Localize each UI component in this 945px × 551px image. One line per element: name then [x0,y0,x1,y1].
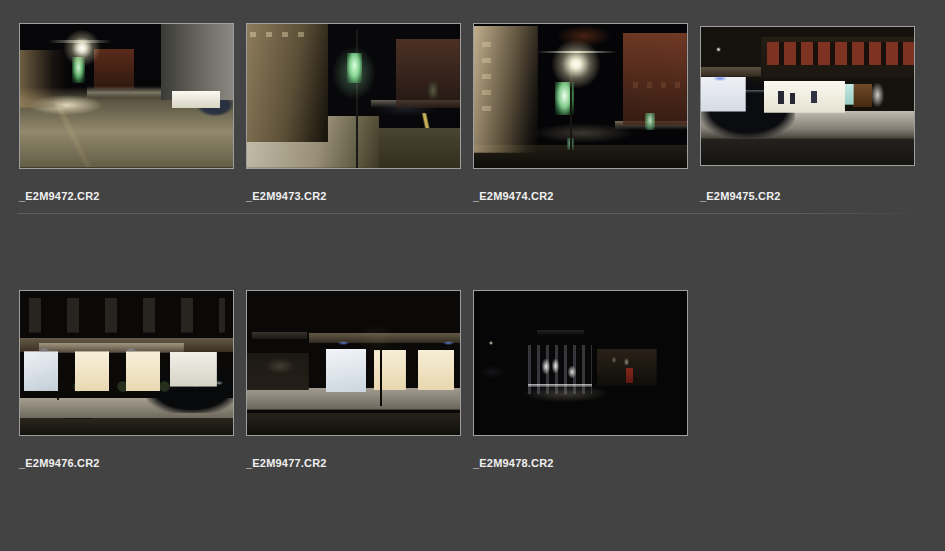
photo-filename[interactable]: _E2M9475.CR2 [700,190,915,203]
photo-image [700,26,915,166]
photo-thumbnail[interactable] [700,23,915,169]
thumbnail-row-2: _E2M9476.CR2 _E2M9477.CR2 _E2M9478.CR2 [19,290,945,470]
photo-thumbnail[interactable] [246,290,461,436]
photo-cell: _E2M9476.CR2 [19,290,234,470]
photo-cell: _E2M9477.CR2 [246,290,461,470]
photo-thumbnail[interactable] [246,23,461,169]
photo-cell: _E2M9473.CR2 [246,23,461,203]
photo-thumbnail[interactable] [473,290,688,436]
photo-image [19,290,234,436]
thumbnail-row-1: _E2M9472.CR2 _E2M9473.CR2 _E2M9474.CR2 _… [19,23,945,203]
photo-image [246,290,461,436]
photo-thumbnail[interactable] [19,23,234,169]
contact-sheet: _E2M9472.CR2 _E2M9473.CR2 _E2M9474.CR2 _… [0,0,945,470]
row-separator [17,213,921,214]
photo-filename[interactable]: _E2M9472.CR2 [19,190,234,203]
photo-image [19,23,234,169]
photo-image [473,290,688,436]
photo-filename[interactable]: _E2M9476.CR2 [19,457,234,470]
photo-filename[interactable]: _E2M9473.CR2 [246,190,461,203]
photo-thumbnail[interactable] [19,290,234,436]
photo-image [473,23,688,169]
photo-cell: _E2M9478.CR2 [473,290,688,470]
photo-filename[interactable]: _E2M9474.CR2 [473,190,688,203]
photo-image [246,23,461,169]
photo-cell: _E2M9474.CR2 [473,23,688,203]
photo-thumbnail[interactable] [473,23,688,169]
photo-filename[interactable]: _E2M9478.CR2 [473,457,688,470]
photo-filename[interactable]: _E2M9477.CR2 [246,457,461,470]
photo-cell: _E2M9475.CR2 [700,23,915,203]
photo-cell: _E2M9472.CR2 [19,23,234,203]
